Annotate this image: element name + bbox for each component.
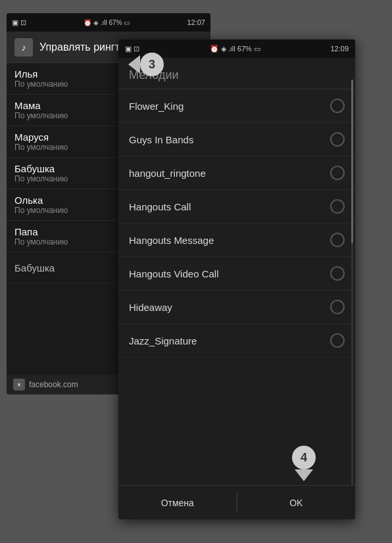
contact-name: Папа — [14, 226, 68, 237]
melody-item[interactable]: hangout_ringtone — [118, 156, 355, 190]
contact-sub: По умолчанию — [14, 206, 68, 215]
melody-name: Guys In Bands — [129, 134, 193, 145]
melody-item[interactable]: Hangouts Video Call — [118, 257, 355, 291]
contact-sub: По умолчанию — [14, 174, 68, 183]
melody-name: Hideaway — [129, 302, 172, 313]
contact-sub: По умолчанию — [14, 237, 68, 247]
front-status-right: ⏰ ◈ .ıll 67% ▭ — [210, 45, 260, 53]
melody-name: Hangouts Message — [129, 235, 214, 246]
arrow-down-icon — [295, 469, 313, 481]
melody-item[interactable]: Hideaway — [118, 291, 355, 324]
annotation-4: 4 — [292, 446, 316, 481]
front-status-left: ▣ ⊡ — [125, 45, 139, 53]
melody-item[interactable]: Hangouts Call — [118, 190, 355, 224]
cancel-button[interactable]: Отмена — [118, 486, 237, 519]
melody-item[interactable]: Guys In Bands — [118, 123, 355, 156]
melody-item[interactable]: Flower_King — [118, 89, 355, 123]
radio-button[interactable] — [330, 266, 345, 281]
melody-item[interactable]: Jazz_Signature — [118, 324, 355, 358]
scroll-indicator — [351, 76, 354, 485]
radio-button[interactable] — [330, 199, 345, 214]
front-screen: ▣ ⊡ ⏰ ◈ .ıll 67% ▭ 12:09 Мелодии Flower_… — [118, 39, 355, 519]
contact-info: Бабушка По умолчанию — [14, 163, 68, 183]
annotation-circle-4: 4 — [292, 446, 316, 469]
annotation-circle-3: 3 — [140, 53, 164, 76]
melody-item[interactable]: Hangouts Message — [118, 224, 355, 257]
radio-button[interactable] — [330, 99, 345, 113]
status-right: ⏰ ◈ .ıll 67% ▭ — [84, 19, 130, 26]
contact-info: Олька По умолчанию — [14, 195, 68, 215]
facebook-url: facebook.com — [29, 380, 78, 389]
contact-sub: По умолчанию — [14, 143, 68, 152]
contact-name: Олька — [14, 195, 68, 206]
contact-info: Илья По умолчанию — [14, 68, 68, 89]
status-bar-back: ▣ ⊡ ⏰ ◈ .ıll 67% ▭ 12:07 — [7, 13, 210, 32]
contact-info: Папа По умолчанию — [14, 226, 68, 247]
melody-name: Flower_King — [129, 101, 184, 112]
contact-name: Бабушка — [14, 163, 68, 174]
contact-name: Илья — [14, 68, 68, 80]
ok-button[interactable]: OK — [237, 486, 356, 519]
melody-name: Jazz_Signature — [129, 335, 197, 346]
front-status-time: 12:09 — [330, 45, 349, 53]
contact-name: Мама — [14, 100, 68, 111]
annotation-3: 3 — [128, 53, 164, 76]
melody-name: hangout_ringtone — [129, 168, 206, 179]
radio-button[interactable] — [330, 132, 345, 147]
radio-button[interactable] — [330, 233, 345, 247]
radio-button[interactable] — [330, 166, 345, 180]
contact-sub: По умолчанию — [14, 80, 68, 89]
contact-info: Бабушка — [14, 262, 55, 273]
status-left-icons: ▣ ⊡ — [12, 18, 26, 27]
contact-name: Бабушка — [14, 262, 55, 273]
music-icon: ♪ — [14, 38, 33, 57]
facebook-close-button[interactable]: × — [13, 379, 25, 390]
arrow-left-icon — [128, 55, 140, 74]
radio-button[interactable] — [330, 333, 345, 348]
melody-name: Hangouts Call — [129, 201, 191, 212]
radio-button[interactable] — [330, 300, 345, 314]
melody-name: Hangouts Video Call — [129, 268, 218, 279]
contact-info: Маруся По умолчанию — [14, 131, 68, 152]
contact-info: Мама По умолчанию — [14, 100, 68, 120]
scroll-thumb[interactable] — [351, 80, 353, 243]
melody-footer: Отмена OK — [118, 485, 355, 519]
contact-sub: По умолчанию — [14, 111, 68, 120]
melody-list: Flower_King Guys In Bands hangout_ringto… — [118, 89, 355, 358]
contact-name: Маруся — [14, 131, 68, 143]
status-time-back: 12:07 — [187, 18, 205, 26]
scroll-track — [351, 80, 353, 488]
